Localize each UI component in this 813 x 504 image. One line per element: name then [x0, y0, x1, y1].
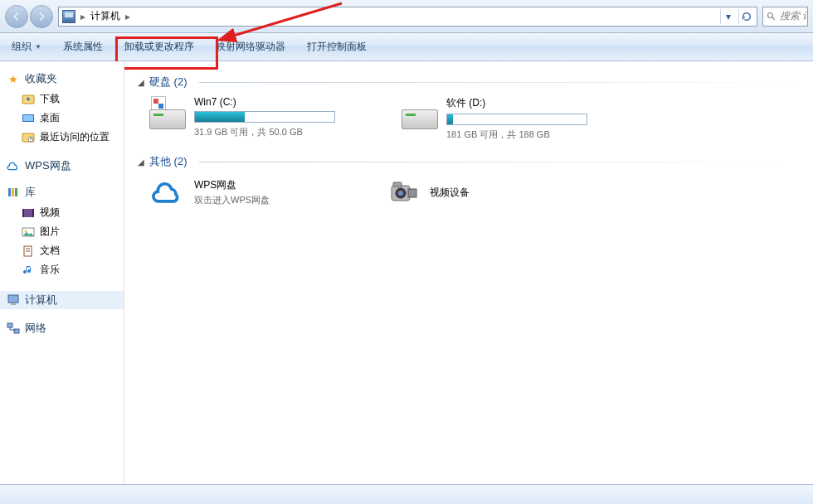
drive-capacity-bar — [194, 111, 335, 123]
other-info: 视频设备 — [430, 186, 470, 200]
videos-label: 视频 — [40, 206, 60, 220]
sidebar-network-header[interactable]: 网络 — [7, 321, 124, 336]
svg-point-15 — [25, 230, 27, 232]
drive-capacity-fill — [195, 112, 245, 122]
svg-rect-11 — [22, 209, 34, 217]
star-icon: ★ — [7, 72, 20, 85]
crumb-sep-icon: ▸ — [80, 11, 85, 22]
others-row: WPS网盘 双击进入WPS网盘 视频设备 — [138, 176, 800, 209]
drive-capacity-bar — [446, 114, 587, 125]
organize-menu[interactable]: 组织 ▼ — [8, 38, 45, 56]
sidebar-group-network: 网络 — [7, 321, 124, 336]
sidebar-group-favorites: ★ 收藏夹 下载 桌面 最近访问的位置 — [7, 71, 124, 147]
sidebar-item-documents[interactable]: 文档 — [7, 241, 124, 260]
computer-icon — [7, 293, 20, 307]
sidebar-group-computer: 计算机 — [7, 291, 124, 309]
sidebar-item-music[interactable]: 音乐 — [7, 260, 124, 279]
collapse-icon: ◢ — [138, 158, 144, 167]
nav-buttons — [5, 5, 53, 28]
music-icon — [22, 264, 35, 277]
documents-icon — [22, 245, 35, 258]
toolbar: 组织 ▼ 系统属性 卸载或更改程序 映射网络驱动器 打开控制面板 — [0, 33, 813, 61]
drive-item-c[interactable]: Win7 (C:) 31.9 GB 可用，共 50.0 GB — [149, 96, 365, 141]
sidebar-item-downloads[interactable]: 下载 — [7, 90, 124, 109]
navigation-sidebar: ★ 收藏夹 下载 桌面 最近访问的位置 — [0, 61, 124, 484]
documents-label: 文档 — [40, 244, 60, 258]
drive-item-d[interactable]: 软件 (D:) 181 GB 可用，共 188 GB — [402, 96, 617, 141]
wps-label: WPS网盘 — [25, 158, 71, 173]
sidebar-group-library: 库 视频 图片 文档 — [7, 185, 124, 279]
desktop-label: 桌面 — [40, 111, 60, 125]
camera-icon — [385, 176, 421, 209]
refresh-button[interactable] — [738, 9, 753, 24]
drive-icon — [402, 96, 438, 129]
sidebar-library-header[interactable]: 库 — [7, 185, 124, 200]
favorites-label: 收藏夹 — [25, 71, 57, 86]
svg-point-0 — [768, 12, 773, 17]
address-field[interactable]: ▸ 计算机 ▸ ▾ — [58, 7, 757, 27]
music-label: 音乐 — [40, 263, 60, 277]
drives-row: Win7 (C:) 31.9 GB 可用，共 50.0 GB 软件 (D:) — [138, 96, 800, 141]
sidebar-item-videos[interactable]: 视频 — [7, 203, 124, 222]
svg-point-25 — [398, 191, 403, 196]
breadcrumb-computer[interactable]: 计算机 — [90, 9, 120, 23]
downloads-label: 下载 — [40, 92, 60, 106]
uninstall-label: 卸载或更改程序 — [124, 40, 194, 54]
chevron-down-icon: ▼ — [35, 43, 41, 51]
search-input[interactable]: 搜索 计 — [762, 7, 808, 27]
svg-rect-20 — [11, 303, 16, 305]
sidebar-wps-header[interactable]: WPS网盘 — [7, 158, 124, 173]
sidebar-computer-header[interactable]: 计算机 — [0, 291, 124, 309]
svg-line-1 — [772, 17, 775, 19]
system-properties-button[interactable]: 系统属性 — [60, 38, 106, 56]
downloads-icon — [22, 93, 35, 106]
sys-props-label: 系统属性 — [63, 40, 103, 54]
drive-info: Win7 (C:) 31.9 GB 可用，共 50.0 GB — [194, 96, 365, 141]
sidebar-splitter[interactable] — [124, 61, 127, 484]
crumb-sep-icon: ▸ — [125, 11, 130, 22]
section-header-other[interactable]: ◢ 其他 (2) — [138, 154, 800, 169]
drive-capacity-fill — [447, 114, 453, 124]
video-icon — [22, 206, 35, 220]
forward-button[interactable] — [30, 5, 53, 28]
sidebar-favorites-header[interactable]: ★ 收藏夹 — [7, 71, 124, 86]
other-item-wps[interactable]: WPS网盘 双击进入WPS网盘 — [149, 176, 348, 209]
svg-rect-9 — [12, 188, 14, 196]
map-network-drive-button[interactable]: 映射网络驱动器 — [212, 38, 289, 56]
svg-rect-8 — [8, 188, 11, 196]
other-item-video-device[interactable]: 视频设备 — [385, 176, 584, 209]
organize-label: 组织 — [12, 40, 32, 54]
cloud-icon — [7, 159, 20, 172]
address-right-controls: ▾ — [720, 9, 753, 24]
wps-item-sub: 双击进入WPS网盘 — [194, 194, 270, 206]
drive-icon — [149, 96, 186, 129]
uninstall-programs-button[interactable]: 卸载或更改程序 — [121, 38, 197, 56]
wps-item-label: WPS网盘 — [194, 178, 270, 192]
recent-label: 最近访问的位置 — [40, 130, 110, 144]
video-device-label: 视频设备 — [430, 186, 470, 200]
hdd-section-label: 硬盘 (2) — [149, 75, 187, 90]
sidebar-item-pictures[interactable]: 图片 — [7, 222, 124, 241]
svg-rect-12 — [22, 209, 24, 217]
network-label: 网络 — [25, 321, 46, 336]
svg-rect-27 — [393, 182, 402, 187]
other-section-label: 其他 (2) — [149, 154, 187, 169]
address-bar: ▸ 计算机 ▸ ▾ 搜索 计 — [0, 0, 813, 33]
computer-label: 计算机 — [25, 293, 57, 308]
section-divider — [199, 162, 801, 162]
sidebar-item-recent[interactable]: 最近访问的位置 — [7, 128, 124, 147]
drive-label: Win7 (C:) — [194, 96, 365, 108]
open-control-panel-button[interactable]: 打开控制面板 — [304, 38, 370, 56]
section-divider — [199, 82, 801, 83]
collapse-icon: ◢ — [138, 78, 144, 87]
section-header-hdd[interactable]: ◢ 硬盘 (2) — [138, 75, 800, 90]
map-drive-label: 映射网络驱动器 — [216, 40, 285, 54]
history-dropdown-button[interactable]: ▾ — [720, 9, 735, 24]
drive-info: 软件 (D:) 181 GB 可用，共 188 GB — [446, 96, 617, 141]
svg-rect-21 — [7, 323, 12, 327]
sidebar-item-desktop[interactable]: 桌面 — [7, 109, 124, 128]
back-button[interactable] — [5, 5, 28, 28]
recent-icon — [22, 131, 35, 144]
main-area: ★ 收藏夹 下载 桌面 最近访问的位置 — [0, 61, 813, 484]
cloud-icon — [149, 176, 186, 209]
